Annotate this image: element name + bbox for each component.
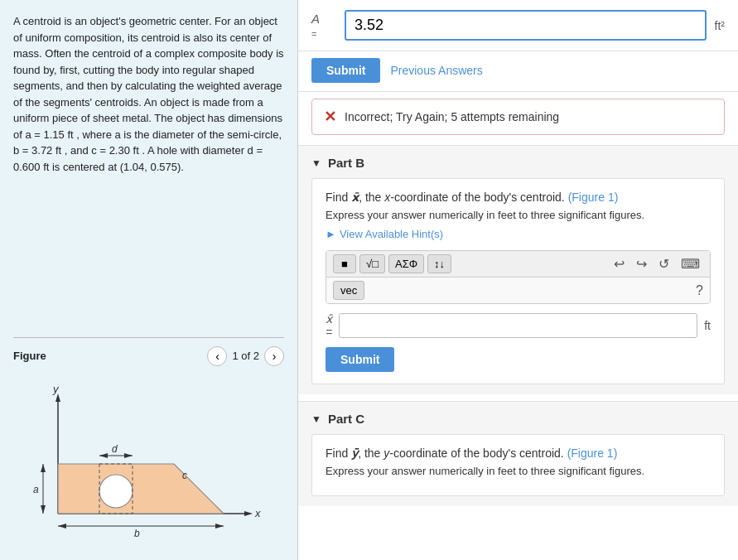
part-a-label: A= [311, 12, 336, 40]
part-a-unit: ft² [715, 19, 725, 32]
math-keyboard-button[interactable]: ⌨ [678, 254, 703, 273]
part-a-submit-button[interactable]: Submit [311, 58, 380, 83]
svg-marker-11 [41, 505, 46, 514]
part-b-section: ▼ Part B Find x̄, the x-coordinate of th… [298, 145, 738, 394]
svg-marker-19 [124, 453, 133, 458]
figure-area: Figure ‹ 1 of 2 › y x [13, 337, 284, 547]
math-btn-sigma[interactable]: ΑΣΦ [388, 254, 424, 273]
part-b-submit-button[interactable]: Submit [326, 347, 394, 372]
svg-text:x: x [254, 507, 261, 519]
figure-prev-button[interactable]: ‹ [207, 346, 227, 366]
part-b-question: Find x̄, the x-coordinate of the body's … [326, 191, 711, 204]
part-c-express: Express your answer numerically in feet … [326, 465, 711, 477]
math-question-mark[interactable]: ? [696, 283, 703, 298]
svg-marker-10 [41, 464, 46, 472]
hint-arrow-icon: ► [326, 228, 336, 240]
figure-nav: ‹ 1 of 2 › [207, 346, 284, 366]
part-a-input[interactable] [345, 10, 707, 41]
part-b-header: ▼ Part B [311, 156, 725, 170]
part-b-submit-row: Submit [326, 347, 711, 372]
error-icon: ✕ [324, 108, 336, 126]
svg-marker-6 [58, 464, 224, 514]
right-panel: A= ft² Submit Previous Answers ✕ Incorre… [298, 0, 738, 560]
part-b-answer-label: x̄= [326, 312, 332, 339]
figure-diagram: y x a [25, 373, 273, 547]
svg-text:a: a [33, 484, 39, 495]
part-b-hint[interactable]: ► View Available Hint(s) [326, 228, 711, 240]
part-b-toggle[interactable]: ▼ [311, 157, 321, 169]
math-undo-button[interactable]: ↩ [610, 254, 628, 273]
part-b-body: Find x̄, the x-coordinate of the body's … [311, 178, 725, 384]
part-b-unit: ft [704, 319, 711, 332]
part-b-express: Express your answer numerically in feet … [326, 209, 711, 221]
math-redo-button[interactable]: ↪ [633, 254, 650, 273]
part-c-toggle[interactable]: ▼ [311, 413, 321, 425]
svg-marker-18 [99, 453, 108, 458]
part-b-var: x̄ [351, 191, 359, 204]
hint-label: View Available Hint(s) [340, 228, 443, 240]
part-c-title: Part C [328, 412, 364, 426]
svg-marker-14 [58, 524, 66, 529]
part-b-title: Part B [328, 156, 364, 170]
math-toolbar-left: ■ √□ ΑΣΦ ↕↓ [333, 254, 451, 273]
part-c-body: Find ȳ, the y-coordinate of the body's c… [311, 434, 725, 496]
math-btn-sqrt[interactable]: √□ [359, 254, 385, 273]
part-a-submit-row: Submit Previous Answers [298, 51, 738, 92]
svg-text:y: y [52, 383, 60, 395]
math-toolbar-right: ↩ ↪ ↺ ⌨ [610, 254, 703, 273]
error-box: ✕ Incorrect; Try Again; 5 attempts remai… [311, 99, 725, 135]
vec-button[interactable]: vec [333, 281, 364, 300]
svg-text:b: b [134, 528, 140, 539]
part-b-answer-input[interactable] [339, 313, 697, 338]
figure-next-button[interactable]: › [264, 346, 284, 366]
problem-description: A centroid is an object's geometric cent… [13, 13, 284, 175]
svg-point-7 [99, 475, 133, 508]
part-c-var: ȳ [351, 447, 358, 460]
previous-answers-link[interactable]: Previous Answers [390, 64, 482, 77]
svg-marker-4 [244, 511, 253, 516]
figure-page: 1 of 2 [232, 348, 259, 364]
part-c-question: Find ȳ, the y-coordinate of the body's c… [326, 447, 711, 460]
part-c-figure-ref: (Figure 1) [567, 447, 618, 460]
math-toolbar-bottom: vec ? [326, 278, 710, 303]
left-panel: A centroid is an object's geometric cent… [0, 0, 298, 560]
figure-svg: y x a [13, 373, 284, 547]
math-btn-arrows[interactable]: ↕↓ [427, 254, 451, 273]
math-toolbar-top: ■ √□ ΑΣΦ ↕↓ ↩ ↪ ↺ ⌨ [326, 251, 710, 278]
svg-text:d: d [112, 443, 118, 455]
svg-marker-15 [215, 524, 224, 529]
svg-text:c: c [182, 470, 187, 481]
error-text: Incorrect; Try Again; 5 attempts remaini… [345, 110, 559, 123]
part-c-section: ▼ Part C Find ȳ, the y-coordinate of the… [298, 401, 738, 506]
math-btn-square[interactable]: ■ [333, 254, 356, 273]
part-c-header: ▼ Part C [311, 412, 725, 426]
part-b-answer-row: x̄= ft [326, 312, 711, 339]
part-a-answer-row: A= ft² [298, 0, 738, 51]
math-toolbar: ■ √□ ΑΣΦ ↕↓ ↩ ↪ ↺ ⌨ vec ? [326, 250, 711, 304]
part-b-figure-ref: (Figure 1) [568, 191, 619, 204]
figure-label: Figure [13, 348, 46, 364]
math-reset-button[interactable]: ↺ [655, 254, 673, 273]
figure-label-row: Figure ‹ 1 of 2 › [13, 346, 284, 366]
